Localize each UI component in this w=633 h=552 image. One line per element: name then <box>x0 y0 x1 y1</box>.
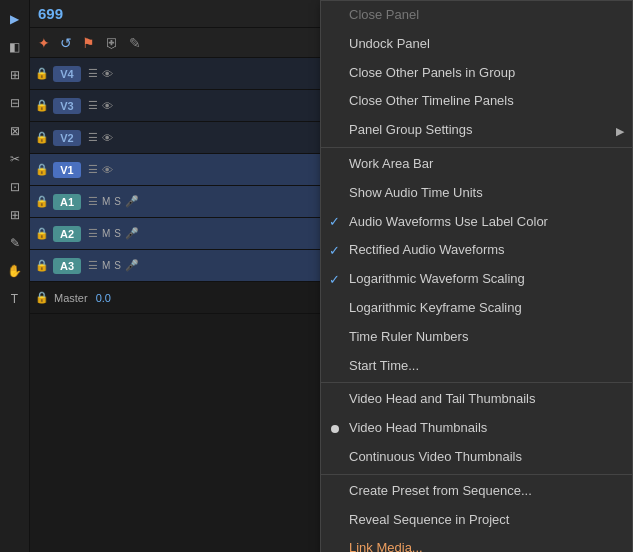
track-label-v3[interactable]: V3 <box>53 98 81 114</box>
track-label-v1[interactable]: V1 <box>53 162 81 178</box>
menu-item-close-other-timeline[interactable]: Close Other Timeline Panels <box>321 87 632 116</box>
menu-label: Video Head and Tail Thumbnails <box>349 391 535 406</box>
eye-icon[interactable]: 👁 <box>102 68 113 80</box>
track-label-v4[interactable]: V4 <box>53 66 81 82</box>
mute-button[interactable]: M <box>102 196 110 207</box>
settings-icon[interactable]: ✎ <box>129 35 141 51</box>
track-label-v2[interactable]: V2 <box>53 130 81 146</box>
track-row: 🔒 V2 ☰ 👁 <box>30 122 330 154</box>
type-icon[interactable]: T <box>4 288 26 310</box>
mic-icon[interactable]: 🎤 <box>125 259 139 272</box>
mute-button[interactable]: M <box>102 260 110 271</box>
razor-icon[interactable]: ✂ <box>4 148 26 170</box>
hand-icon[interactable]: ✋ <box>4 260 26 282</box>
sync-icon[interactable]: ☰ <box>88 195 98 208</box>
menu-label: Rectified Audio Waveforms <box>349 242 505 257</box>
track-row: 🔒 V4 ☰ 👁 <box>30 58 330 90</box>
menu-label: Link Media... <box>349 540 423 552</box>
menu-item-time-ruler-numbers[interactable]: Time Ruler Numbers <box>321 323 632 352</box>
menu-label: Start Time... <box>349 358 419 373</box>
track-row-master: 🔒 Master 0.0 <box>30 282 330 314</box>
sync-icon[interactable]: ☰ <box>88 131 98 144</box>
menu-item-show-audio-time-units[interactable]: Show Audio Time Units <box>321 179 632 208</box>
menu-label: Undock Panel <box>349 36 430 51</box>
menu-label: Show Audio Time Units <box>349 185 483 200</box>
track-controls-a2: ☰ M S 🎤 <box>88 227 139 240</box>
track-row: 🔒 A1 ☰ M S 🎤 <box>30 186 330 218</box>
track-label-a2[interactable]: A2 <box>53 226 81 242</box>
rate-stretch-icon[interactable]: ⊠ <box>4 120 26 142</box>
menu-item-panel-group-settings[interactable]: Panel Group Settings ▶ <box>321 116 632 148</box>
menu-label: Reveal Sequence in Project <box>349 512 509 527</box>
lock-icon[interactable]: 🔒 <box>34 67 50 80</box>
track-label-a1[interactable]: A1 <box>53 194 81 210</box>
lock-icon[interactable]: 🔒 <box>34 99 50 112</box>
pen-icon[interactable]: ✎ <box>4 232 26 254</box>
track-select-icon[interactable]: ◧ <box>4 36 26 58</box>
track-controls-a3: ☰ M S 🎤 <box>88 259 139 272</box>
menu-item-reveal-sequence[interactable]: Reveal Sequence in Project <box>321 506 632 535</box>
track-row: 🔒 A3 ☰ M S 🎤 <box>30 250 330 282</box>
menu-item-undock-panel[interactable]: Undock Panel <box>321 30 632 59</box>
tracks-area: 🔒 V4 ☰ 👁 🔒 V3 ☰ 👁 🔒 V2 ☰ 👁 <box>30 58 330 314</box>
mute-button[interactable]: M <box>102 228 110 239</box>
rolling-edit-icon[interactable]: ⊟ <box>4 92 26 114</box>
track-controls-v2: ☰ 👁 <box>88 131 113 144</box>
lock-icon[interactable]: 🔒 <box>34 227 50 240</box>
menu-item-create-preset[interactable]: Create Preset from Sequence... <box>321 477 632 506</box>
menu-item-rectified-audio-waveforms[interactable]: ✓ Rectified Audio Waveforms <box>321 236 632 265</box>
ripple-edit-icon[interactable]: ⊞ <box>4 64 26 86</box>
eye-icon[interactable]: 👁 <box>102 132 113 144</box>
sync-icon[interactable]: ☰ <box>88 67 98 80</box>
solo-button[interactable]: S <box>114 260 121 271</box>
menu-item-logarithmic-waveform-scaling[interactable]: ✓ Logarithmic Waveform Scaling <box>321 265 632 294</box>
lock-icon[interactable]: 🔒 <box>34 259 50 272</box>
menu-item-start-time[interactable]: Start Time... <box>321 352 632 384</box>
track-controls-v3: ☰ 👁 <box>88 99 113 112</box>
add-marker-icon[interactable]: ⛨ <box>105 35 119 51</box>
context-menu: Close Panel Undock Panel Close Other Pan… <box>320 0 633 552</box>
track-controls-v4: ☰ 👁 <box>88 67 113 80</box>
slide-icon[interactable]: ⊞ <box>4 204 26 226</box>
master-label: Master <box>54 292 88 304</box>
snap-icon[interactable]: ↺ <box>60 35 72 51</box>
selection-tool-icon[interactable]: ▶ <box>4 8 26 30</box>
lock-icon[interactable]: 🔒 <box>34 195 50 208</box>
slip-icon[interactable]: ⊡ <box>4 176 26 198</box>
solo-button[interactable]: S <box>114 196 121 207</box>
menu-item-close-other-panels[interactable]: Close Other Panels in Group <box>321 59 632 88</box>
lock-icon[interactable]: 🔒 <box>34 163 50 176</box>
eye-icon[interactable]: 👁 <box>102 100 113 112</box>
linked-selection-icon[interactable]: ⚑ <box>82 35 95 51</box>
menu-label: Continuous Video Thumbnails <box>349 449 522 464</box>
menu-label: Panel Group Settings <box>349 122 473 137</box>
eye-icon[interactable]: 👁 <box>102 164 113 176</box>
menu-item-work-area-bar[interactable]: Work Area Bar <box>321 150 632 179</box>
menu-label: Close Other Timeline Panels <box>349 93 514 108</box>
menu-item-video-head-tail-thumbnails[interactable]: Video Head and Tail Thumbnails <box>321 385 632 414</box>
sync-icon[interactable]: ☰ <box>88 227 98 240</box>
sync-icon[interactable]: ☰ <box>88 259 98 272</box>
left-toolbar: ▶ ◧ ⊞ ⊟ ⊠ ✂ ⊡ ⊞ ✎ ✋ T <box>0 0 30 552</box>
track-label-a3[interactable]: A3 <box>53 258 81 274</box>
lock-icon[interactable]: 🔒 <box>34 291 50 304</box>
menu-item-continuous-video-thumbnails[interactable]: Continuous Video Thumbnails <box>321 443 632 475</box>
menu-item-logarithmic-keyframe-scaling[interactable]: Logarithmic Keyframe Scaling <box>321 294 632 323</box>
lock-icon[interactable]: 🔒 <box>34 131 50 144</box>
menu-item-close-panel[interactable]: Close Panel <box>321 1 632 30</box>
checkmark-icon: ✓ <box>329 240 340 261</box>
mic-icon[interactable]: 🎤 <box>125 227 139 240</box>
mic-icon[interactable]: 🎤 <box>125 195 139 208</box>
sync-icon[interactable]: ☰ <box>88 99 98 112</box>
menu-item-audio-waveforms-label-color[interactable]: ✓ Audio Waveforms Use Label Color <box>321 208 632 237</box>
sync-icon[interactable]: ☰ <box>88 163 98 176</box>
solo-button[interactable]: S <box>114 228 121 239</box>
timeline-area: 699 ✦ ↺ ⚑ ⛨ ✎ 🔒 V4 ☰ 👁 🔒 V3 ☰ 👁 � <box>30 0 330 552</box>
menu-item-video-head-thumbnails[interactable]: Video Head Thumbnails <box>321 414 632 443</box>
track-controls-a1: ☰ M S 🎤 <box>88 195 139 208</box>
track-row: 🔒 A2 ☰ M S 🎤 <box>30 218 330 250</box>
timeline-toolbar: ✦ ↺ ⚑ ⛨ ✎ <box>30 28 330 58</box>
track-controls-v1: ☰ 👁 <box>88 163 113 176</box>
sequence-icon[interactable]: ✦ <box>38 35 50 51</box>
menu-item-link-media[interactable]: Link Media... <box>321 534 632 552</box>
